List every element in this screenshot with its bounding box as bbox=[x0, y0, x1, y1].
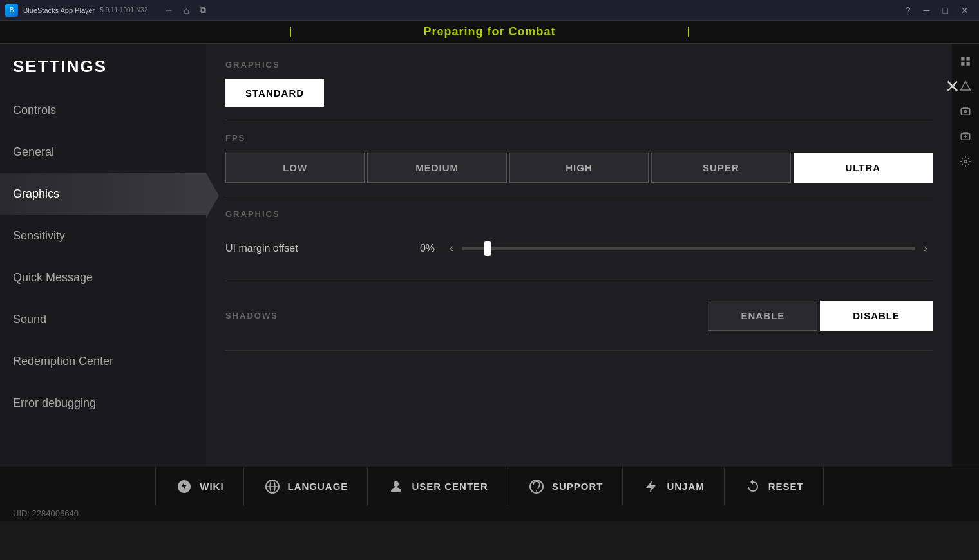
copy-button[interactable]: ⧉ bbox=[196, 3, 210, 17]
slider-thumb[interactable] bbox=[484, 241, 491, 256]
app-version: 5.9.11.1001 N32 bbox=[100, 6, 147, 14]
maximize-button[interactable]: □ bbox=[938, 4, 953, 17]
language-icon bbox=[263, 478, 281, 496]
divider-2 bbox=[225, 196, 933, 196]
shadows-row: SHADOWS ENABLE DISABLE bbox=[225, 294, 933, 337]
fps-option-group: LOW MEDIUM HIGH SUPER ULTRA bbox=[225, 153, 933, 183]
uid-label: UID: 2284006640 bbox=[13, 509, 79, 518]
content-area: GRAPHICS STANDARD FPS LOW MEDIUM HIGH SU… bbox=[206, 44, 952, 467]
svg-rect-1 bbox=[967, 57, 970, 60]
language-button[interactable]: LANGUAGE bbox=[244, 467, 368, 505]
app-title: BlueStacks App Player bbox=[23, 6, 95, 14]
minimize-button[interactable]: ─ bbox=[918, 4, 935, 17]
graphics-section-title-2: GRAPHICS bbox=[225, 209, 933, 219]
unjam-icon bbox=[642, 478, 660, 496]
sidebar-item-controls[interactable]: Controls bbox=[0, 89, 206, 131]
top-bar: Preparing for Combat bbox=[0, 21, 979, 44]
title-bar: B BlueStacks App Player 5.9.11.1001 N32 … bbox=[0, 0, 979, 21]
sidebar-item-general[interactable]: General bbox=[0, 131, 206, 173]
svg-marker-4 bbox=[961, 82, 971, 91]
fps-ultra-button[interactable]: ULTRA bbox=[794, 153, 933, 183]
right-panel-icon-5[interactable] bbox=[955, 151, 976, 173]
sidebar-item-error-debugging[interactable]: Error debugging bbox=[0, 382, 206, 424]
reset-button[interactable]: RESET bbox=[725, 467, 824, 505]
sidebar: SETTINGS Controls General Graphics Sensi… bbox=[0, 44, 206, 467]
support-icon bbox=[528, 478, 546, 496]
svg-rect-0 bbox=[961, 57, 964, 60]
top-bar-dec-left bbox=[290, 27, 291, 37]
home-button[interactable]: ⌂ bbox=[180, 4, 193, 17]
settings-close-button[interactable]: ✕ bbox=[945, 76, 960, 97]
title-bar-left: B BlueStacks App Player 5.9.11.1001 N32 … bbox=[5, 3, 210, 17]
right-panel-icon-1[interactable] bbox=[955, 50, 976, 72]
window-close-button[interactable]: ✕ bbox=[956, 4, 974, 17]
divider-3 bbox=[225, 281, 933, 281]
support-label: SUPPORT bbox=[552, 481, 604, 492]
right-panel-icon-4[interactable] bbox=[955, 126, 976, 147]
ui-margin-value: 0% bbox=[396, 243, 435, 254]
settings-title: SETTINGS bbox=[0, 50, 206, 89]
fps-medium-button[interactable]: MEDIUM bbox=[367, 153, 506, 183]
unjam-label: UNJAM bbox=[667, 481, 704, 492]
unjam-button[interactable]: UNJAM bbox=[623, 467, 724, 505]
divider-1 bbox=[225, 120, 933, 120]
uid-bar: UID: 2284006640 bbox=[0, 505, 979, 521]
graphics-option-group: STANDARD bbox=[225, 79, 933, 107]
sidebar-item-redemption-center[interactable]: Redemption Center bbox=[0, 341, 206, 382]
user-center-icon bbox=[387, 478, 405, 496]
svg-rect-2 bbox=[961, 62, 964, 66]
user-center-button[interactable]: USER CENTER bbox=[368, 467, 508, 505]
sidebar-item-sound[interactable]: Sound bbox=[0, 299, 206, 341]
slider-right-arrow[interactable]: › bbox=[918, 238, 933, 258]
svg-point-12 bbox=[394, 481, 399, 487]
slider-left-arrow[interactable]: ‹ bbox=[444, 238, 459, 258]
svg-point-8 bbox=[964, 160, 967, 163]
shadows-disable-button[interactable]: DISABLE bbox=[820, 301, 933, 331]
svg-point-14 bbox=[536, 490, 537, 492]
graphics-section-title-1: GRAPHICS bbox=[225, 60, 933, 70]
help-button[interactable]: ? bbox=[900, 4, 916, 17]
bottom-bar: WIKI LANGUAGE USER CENTER SUPPORT bbox=[0, 467, 979, 505]
svg-rect-3 bbox=[967, 62, 970, 66]
wiki-icon bbox=[175, 478, 193, 496]
reset-icon bbox=[744, 478, 762, 496]
shadows-label: SHADOWS bbox=[225, 311, 708, 321]
graphics-standard-button[interactable]: STANDARD bbox=[225, 79, 324, 107]
svg-point-6 bbox=[965, 111, 967, 113]
app-icon: B bbox=[5, 4, 18, 17]
slider-track[interactable] bbox=[462, 247, 915, 250]
top-bar-title: Preparing for Combat bbox=[423, 25, 555, 39]
divider-4 bbox=[225, 350, 933, 351]
ui-margin-offset-row: UI margin offset 0% ‹ › bbox=[225, 229, 933, 268]
sidebar-item-quick-message[interactable]: Quick Message bbox=[0, 257, 206, 299]
ui-margin-label: UI margin offset bbox=[225, 243, 386, 254]
fps-high-button[interactable]: HIGH bbox=[509, 153, 649, 183]
user-center-label: USER CENTER bbox=[412, 481, 488, 492]
top-bar-dec-right bbox=[688, 27, 689, 37]
svg-rect-5 bbox=[961, 109, 970, 115]
sidebar-item-graphics[interactable]: Graphics bbox=[0, 173, 206, 215]
right-panel bbox=[952, 44, 979, 467]
fps-super-button[interactable]: SUPER bbox=[651, 153, 790, 183]
shadows-enable-button[interactable]: ENABLE bbox=[708, 301, 817, 331]
slider-control: ‹ › bbox=[444, 238, 933, 258]
reset-label: RESET bbox=[768, 481, 804, 492]
shadows-button-group: ENABLE DISABLE bbox=[708, 301, 933, 331]
language-label: LANGUAGE bbox=[288, 481, 348, 492]
back-button[interactable]: ← bbox=[160, 4, 177, 17]
title-bar-controls: ? ─ □ ✕ bbox=[900, 4, 974, 17]
title-bar-nav: ← ⌂ ⧉ bbox=[160, 3, 209, 17]
support-button[interactable]: SUPPORT bbox=[508, 467, 623, 505]
right-panel-icon-3[interactable] bbox=[955, 100, 976, 122]
fps-low-button[interactable]: LOW bbox=[225, 153, 365, 183]
wiki-label: WIKI bbox=[200, 481, 223, 492]
sidebar-item-sensitivity[interactable]: Sensitivity bbox=[0, 215, 206, 257]
wiki-button[interactable]: WIKI bbox=[155, 467, 243, 505]
fps-section-title: FPS bbox=[225, 133, 933, 143]
